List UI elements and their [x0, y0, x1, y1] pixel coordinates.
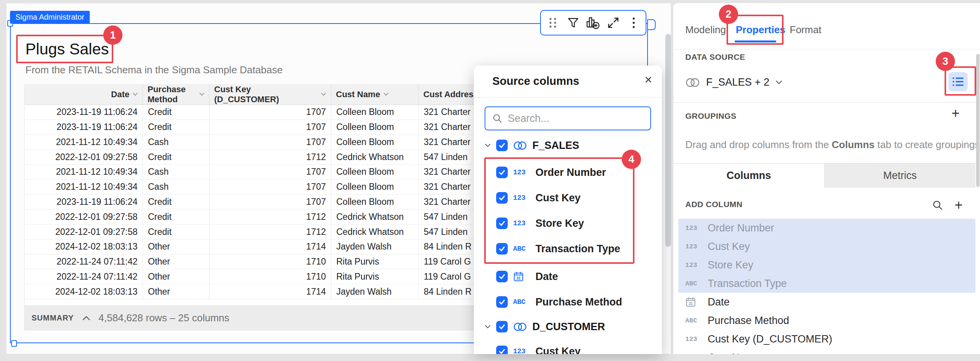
column-list-item[interactable]: 123Order Number — [678, 219, 975, 237]
table-cell[interactable]: Cash — [143, 165, 210, 179]
table-cell[interactable]: Cedrick Whatson — [331, 209, 419, 224]
table-cell[interactable]: Cedrick Whatson — [331, 224, 419, 239]
expand-icon[interactable] — [605, 14, 621, 32]
table-cell[interactable]: 1707 — [210, 165, 331, 179]
table-cell[interactable]: 321 Charter — [419, 195, 474, 209]
table-row[interactable]: 2022-12-01 09:27:58Credit1712Cedrick Wha… — [25, 224, 474, 240]
table-cell[interactable]: Colleen Bloom — [331, 135, 419, 150]
table-cell[interactable]: Jayden Walsh — [331, 284, 419, 299]
table-cell[interactable]: 2021-11-12 10:49:34 — [25, 135, 143, 150]
add-grouping-icon[interactable]: + — [951, 106, 960, 120]
table-cell[interactable]: Cash — [143, 135, 210, 150]
sort-chevron-icon[interactable] — [321, 93, 326, 96]
checkbox[interactable] — [496, 296, 508, 308]
column-header[interactable]: Purchase Method — [143, 84, 210, 105]
table-cell[interactable]: Credit — [143, 150, 210, 164]
table-cell[interactable]: 1707 — [210, 180, 331, 194]
table-row[interactable]: 2021-11-12 10:49:34Cash1707Colleen Bloom… — [25, 165, 474, 180]
source-column-item[interactable]: 123Order Number — [486, 160, 633, 185]
table-row[interactable]: 2021-11-12 10:49:34Cash1707Colleen Bloom… — [25, 135, 474, 150]
table-row[interactable]: 2022-11-24 07:11:42Other1710Rita Purvis1… — [25, 255, 474, 270]
table-cell[interactable]: 1712 — [210, 150, 331, 164]
sort-chevron-icon[interactable] — [383, 93, 389, 96]
table-cell[interactable]: Colleen Bloom — [331, 195, 419, 209]
table-cell[interactable]: 547 Linden — [419, 209, 474, 224]
tab-modeling[interactable]: Modeling — [685, 24, 726, 36]
table-cell[interactable]: 1707 — [210, 195, 331, 209]
table-cell[interactable]: 2024-12-02 18:03:13 — [25, 240, 143, 254]
table-cell[interactable]: 321 Charter — [419, 120, 474, 135]
table-cell[interactable]: 1712 — [210, 224, 331, 239]
source-columns-search[interactable] — [485, 106, 651, 130]
table-cell[interactable]: 321 Charter — [419, 180, 474, 194]
add-column-icon[interactable]: + — [955, 198, 963, 212]
table-cell[interactable]: 2022-12-01 09:27:58 — [25, 224, 143, 239]
source-column-item[interactable]: 123Store Key — [486, 211, 633, 236]
column-header[interactable]: Date — [25, 84, 143, 105]
table-cell[interactable]: 2023-11-19 11:06:24 — [25, 120, 143, 135]
sort-chevron-icon[interactable] — [133, 93, 138, 96]
table-row[interactable]: 2021-11-12 10:49:34Cash1707Colleen Bloom… — [25, 180, 474, 195]
table-summary-bar[interactable]: SUMMARY 4,584,628 rows – 25 columns — [25, 306, 474, 331]
checkbox[interactable] — [496, 140, 508, 151]
table-cell[interactable]: 1707 — [210, 120, 331, 135]
source-column-item[interactable]: ABCTransaction Type — [486, 236, 633, 261]
kebab-menu-icon[interactable] — [626, 14, 642, 32]
data-source-row[interactable]: F_SALES + 2 — [685, 76, 782, 88]
chevron-down-icon[interactable] — [775, 80, 782, 84]
table-cell[interactable]: 1714 — [210, 284, 331, 299]
column-list-item[interactable]: 123Cust Key — [678, 237, 975, 256]
table-cell[interactable]: 2023-11-19 11:06:24 — [25, 195, 143, 209]
table-cell[interactable]: 2021-11-12 10:49:34 — [25, 165, 143, 179]
tab-properties[interactable]: Properties — [736, 24, 785, 36]
checkbox[interactable] — [496, 167, 508, 178]
table-cell[interactable]: Credit — [143, 105, 210, 120]
table-row[interactable]: 2023-11-19 11:06:24Credit1707Colleen Blo… — [25, 120, 474, 135]
table-cell[interactable]: Colleen Bloom — [331, 180, 419, 194]
canvas-scrollbar[interactable] — [665, 34, 671, 247]
table-cell[interactable]: 84 Linden R — [419, 284, 474, 299]
table-cell[interactable]: Colleen Bloom — [331, 165, 419, 179]
source-column-item[interactable]: 31Date — [474, 264, 662, 289]
table-cell[interactable]: 1710 — [210, 269, 331, 284]
column-header[interactable]: Cust Address — [419, 84, 474, 105]
search-input[interactable] — [508, 113, 639, 125]
checkbox[interactable] — [496, 271, 508, 282]
chevron-down-icon[interactable] — [485, 325, 491, 329]
table-cell[interactable]: 2024-12-02 18:03:13 — [25, 284, 143, 299]
source-column-item[interactable]: 123Cust Key — [486, 185, 633, 211]
table-cell[interactable]: Other — [143, 255, 210, 269]
table-row[interactable]: 2023-11-19 11:06:24Credit1707Colleen Blo… — [25, 105, 474, 120]
table-cell[interactable]: Colleen Bloom — [331, 105, 419, 120]
checkbox[interactable] — [496, 192, 508, 204]
table-cell[interactable]: Other — [143, 269, 210, 284]
table-cell[interactable]: 2022-12-01 09:27:58 — [25, 150, 143, 164]
table-cell[interactable]: Cedrick Whatson — [331, 150, 419, 164]
table-cell[interactable]: 547 Linden — [419, 150, 474, 164]
table-cell[interactable]: 1714 — [210, 240, 331, 254]
column-list-item[interactable]: 123Cust Key (D_CUSTOMER) — [678, 330, 975, 348]
table-cell[interactable]: Rita Purvis — [331, 269, 419, 284]
chevron-up-icon[interactable] — [82, 316, 90, 321]
tab-format[interactable]: Format — [790, 24, 821, 36]
source-column-item[interactable]: ABCPurchase Method — [474, 289, 662, 315]
table-cell[interactable]: 1710 — [210, 255, 331, 269]
table-cell[interactable]: 2021-11-12 10:49:34 — [25, 180, 143, 194]
checkbox[interactable] — [496, 218, 508, 229]
table-cell[interactable]: 119 Carol G — [419, 269, 474, 284]
table-cell[interactable]: 1707 — [210, 105, 331, 120]
table-row[interactable]: 2024-12-02 18:03:13Other1714Jayden Walsh… — [25, 284, 474, 299]
table-row[interactable]: 2022-11-24 07:11:42Other1710Rita Purvis1… — [25, 269, 474, 284]
table-cell[interactable]: 119 Carol G — [419, 255, 474, 269]
table-cell[interactable]: Cash — [143, 180, 210, 194]
source-table-group[interactable]: D_CUSTOMER — [474, 315, 662, 339]
table-row[interactable]: 2023-11-19 11:06:24Credit1707Colleen Blo… — [25, 195, 474, 210]
table-cell[interactable]: 321 Charter — [419, 135, 474, 150]
table-cell[interactable]: Rita Purvis — [331, 255, 419, 269]
table-row[interactable]: 2024-12-02 18:03:13Other1714Jayden Walsh… — [25, 240, 474, 255]
source-column-item[interactable]: 123Cust Key — [474, 339, 662, 354]
drag-handle-icon[interactable] — [545, 14, 561, 32]
table-cell[interactable]: Jayden Walsh — [331, 240, 419, 254]
table-cell[interactable]: 1707 — [210, 135, 331, 150]
table-cell[interactable]: 321 Charter — [419, 105, 474, 120]
